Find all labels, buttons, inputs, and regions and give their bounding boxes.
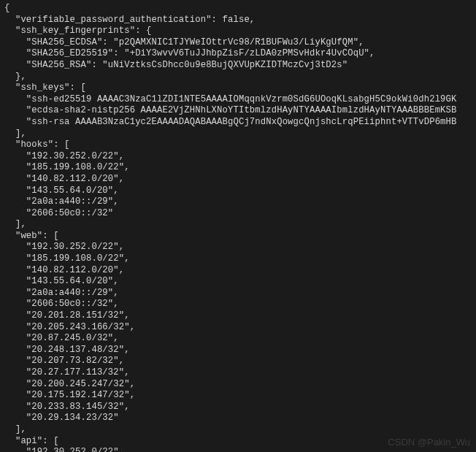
json-code-block: { "verifiable_password_authentication": …: [0, 0, 476, 452]
